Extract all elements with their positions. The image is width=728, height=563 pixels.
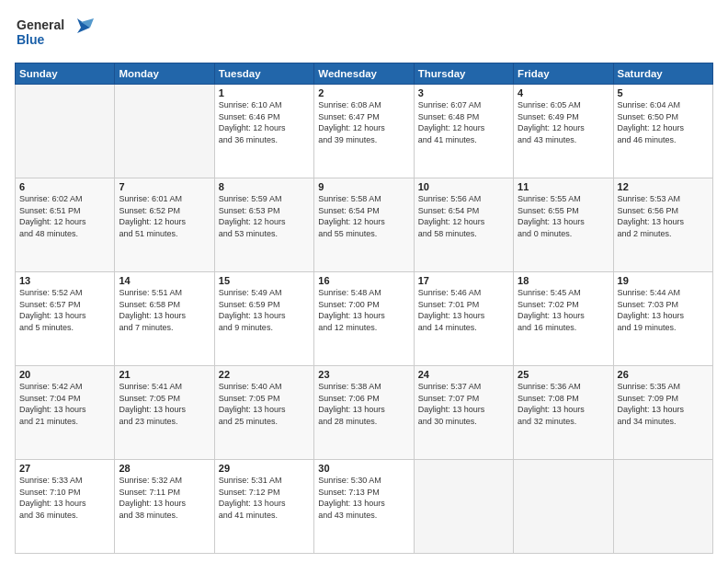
day-detail: Sunrise: 5:42 AM Sunset: 7:04 PM Dayligh…	[19, 381, 110, 427]
calendar-cell: 4Sunrise: 6:05 AM Sunset: 6:49 PM Daylig…	[514, 85, 613, 178]
day-detail: Sunrise: 5:37 AM Sunset: 7:07 PM Dayligh…	[418, 381, 509, 427]
day-detail: Sunrise: 6:10 AM Sunset: 6:46 PM Dayligh…	[219, 99, 310, 145]
day-detail: Sunrise: 5:53 AM Sunset: 6:56 PM Dayligh…	[618, 193, 709, 239]
day-number: 8	[219, 181, 310, 192]
calendar-cell: 22Sunrise: 5:40 AM Sunset: 7:05 PM Dayli…	[214, 366, 313, 460]
day-number: 19	[618, 275, 709, 286]
calendar-cell: 25Sunrise: 5:36 AM Sunset: 7:08 PM Dayli…	[514, 366, 613, 460]
calendar-cell	[514, 460, 613, 554]
calendar-week-row: 13Sunrise: 5:52 AM Sunset: 6:57 PM Dayli…	[16, 272, 713, 366]
day-number: 26	[618, 369, 709, 380]
day-number: 12	[618, 181, 709, 192]
day-number: 24	[418, 369, 509, 380]
day-detail: Sunrise: 6:04 AM Sunset: 6:50 PM Dayligh…	[618, 99, 709, 145]
day-detail: Sunrise: 5:41 AM Sunset: 7:05 PM Dayligh…	[119, 381, 210, 427]
day-number: 11	[518, 181, 609, 192]
calendar-cell	[414, 460, 513, 554]
calendar-cell: 13Sunrise: 5:52 AM Sunset: 6:57 PM Dayli…	[16, 272, 115, 366]
day-detail: Sunrise: 5:40 AM Sunset: 7:05 PM Dayligh…	[219, 381, 310, 427]
calendar-cell	[115, 85, 214, 178]
day-detail: Sunrise: 5:32 AM Sunset: 7:11 PM Dayligh…	[119, 475, 210, 521]
calendar-cell: 12Sunrise: 5:53 AM Sunset: 6:56 PM Dayli…	[613, 178, 712, 272]
calendar-cell: 18Sunrise: 5:45 AM Sunset: 7:02 PM Dayli…	[514, 272, 613, 366]
day-number: 1	[219, 87, 310, 98]
day-number: 2	[318, 87, 409, 98]
calendar-week-row: 27Sunrise: 5:33 AM Sunset: 7:10 PM Dayli…	[16, 460, 713, 554]
day-detail: Sunrise: 5:44 AM Sunset: 7:03 PM Dayligh…	[618, 287, 709, 333]
calendar-cell: 23Sunrise: 5:38 AM Sunset: 7:06 PM Dayli…	[314, 366, 414, 460]
day-number: 22	[219, 369, 310, 380]
logo: General Blue	[15, 11, 97, 55]
day-detail: Sunrise: 5:59 AM Sunset: 6:53 PM Dayligh…	[219, 193, 310, 239]
calendar-cell: 30Sunrise: 5:30 AM Sunset: 7:13 PM Dayli…	[314, 460, 414, 554]
svg-text:Blue: Blue	[17, 32, 45, 47]
day-number: 6	[19, 181, 110, 192]
calendar-cell: 8Sunrise: 5:59 AM Sunset: 6:53 PM Daylig…	[214, 178, 313, 272]
day-number: 17	[418, 275, 509, 286]
calendar-cell: 16Sunrise: 5:48 AM Sunset: 7:00 PM Dayli…	[314, 272, 414, 366]
day-detail: Sunrise: 6:07 AM Sunset: 6:48 PM Dayligh…	[418, 99, 509, 145]
calendar-cell: 9Sunrise: 5:58 AM Sunset: 6:54 PM Daylig…	[314, 178, 414, 272]
day-detail: Sunrise: 5:46 AM Sunset: 7:01 PM Dayligh…	[418, 287, 509, 333]
logo-svg: General Blue	[15, 11, 97, 52]
calendar-cell	[613, 460, 712, 554]
weekday-header-monday: Monday	[115, 63, 214, 85]
day-number: 4	[518, 87, 609, 98]
calendar-cell: 19Sunrise: 5:44 AM Sunset: 7:03 PM Dayli…	[613, 272, 712, 366]
day-detail: Sunrise: 5:35 AM Sunset: 7:09 PM Dayligh…	[618, 381, 709, 427]
calendar-cell: 27Sunrise: 5:33 AM Sunset: 7:10 PM Dayli…	[16, 460, 115, 554]
day-number: 18	[518, 275, 609, 286]
day-number: 5	[618, 87, 709, 98]
day-detail: Sunrise: 5:49 AM Sunset: 6:59 PM Dayligh…	[219, 287, 310, 333]
day-number: 15	[219, 275, 310, 286]
weekday-header-sunday: Sunday	[16, 63, 115, 85]
weekday-header-row: SundayMondayTuesdayWednesdayThursdayFrid…	[16, 63, 713, 85]
day-number: 13	[19, 275, 110, 286]
day-detail: Sunrise: 5:48 AM Sunset: 7:00 PM Dayligh…	[318, 287, 409, 333]
day-number: 28	[119, 463, 210, 474]
calendar-cell: 7Sunrise: 6:01 AM Sunset: 6:52 PM Daylig…	[115, 178, 214, 272]
day-number: 10	[418, 181, 509, 192]
weekday-header-friday: Friday	[514, 63, 613, 85]
day-number: 3	[418, 87, 509, 98]
day-detail: Sunrise: 5:31 AM Sunset: 7:12 PM Dayligh…	[219, 475, 310, 521]
day-number: 16	[318, 275, 409, 286]
day-number: 25	[518, 369, 609, 380]
day-detail: Sunrise: 6:02 AM Sunset: 6:51 PM Dayligh…	[19, 193, 110, 239]
day-detail: Sunrise: 5:36 AM Sunset: 7:08 PM Dayligh…	[518, 381, 609, 427]
calendar-cell: 6Sunrise: 6:02 AM Sunset: 6:51 PM Daylig…	[16, 178, 115, 272]
calendar-cell: 3Sunrise: 6:07 AM Sunset: 6:48 PM Daylig…	[414, 85, 513, 178]
calendar-cell	[16, 85, 115, 178]
weekday-header-saturday: Saturday	[613, 63, 712, 85]
calendar-cell: 21Sunrise: 5:41 AM Sunset: 7:05 PM Dayli…	[115, 366, 214, 460]
calendar-table: SundayMondayTuesdayWednesdayThursdayFrid…	[15, 63, 713, 554]
weekday-header-wednesday: Wednesday	[314, 63, 414, 85]
calendar-cell: 24Sunrise: 5:37 AM Sunset: 7:07 PM Dayli…	[414, 366, 513, 460]
calendar-cell: 14Sunrise: 5:51 AM Sunset: 6:58 PM Dayli…	[115, 272, 214, 366]
calendar-cell: 26Sunrise: 5:35 AM Sunset: 7:09 PM Dayli…	[613, 366, 712, 460]
day-number: 29	[219, 463, 310, 474]
calendar-week-row: 6Sunrise: 6:02 AM Sunset: 6:51 PM Daylig…	[16, 178, 713, 272]
day-detail: Sunrise: 5:51 AM Sunset: 6:58 PM Dayligh…	[119, 287, 210, 333]
day-detail: Sunrise: 5:55 AM Sunset: 6:55 PM Dayligh…	[518, 193, 609, 239]
calendar-cell: 28Sunrise: 5:32 AM Sunset: 7:11 PM Dayli…	[115, 460, 214, 554]
day-detail: Sunrise: 6:08 AM Sunset: 6:47 PM Dayligh…	[318, 99, 409, 145]
day-detail: Sunrise: 5:52 AM Sunset: 6:57 PM Dayligh…	[19, 287, 110, 333]
day-number: 23	[318, 369, 409, 380]
weekday-header-tuesday: Tuesday	[214, 63, 313, 85]
day-detail: Sunrise: 5:33 AM Sunset: 7:10 PM Dayligh…	[19, 475, 110, 521]
day-detail: Sunrise: 6:01 AM Sunset: 6:52 PM Dayligh…	[119, 193, 210, 239]
weekday-header-thursday: Thursday	[414, 63, 513, 85]
day-number: 20	[19, 369, 110, 380]
day-detail: Sunrise: 5:38 AM Sunset: 7:06 PM Dayligh…	[318, 381, 409, 427]
day-detail: Sunrise: 5:30 AM Sunset: 7:13 PM Dayligh…	[318, 475, 409, 521]
page: General Blue SundayMondayTuesdayWednesda…	[0, 0, 728, 563]
day-number: 14	[119, 275, 210, 286]
day-number: 7	[119, 181, 210, 192]
day-detail: Sunrise: 5:58 AM Sunset: 6:54 PM Dayligh…	[318, 193, 409, 239]
calendar-cell: 20Sunrise: 5:42 AM Sunset: 7:04 PM Dayli…	[16, 366, 115, 460]
calendar-cell: 2Sunrise: 6:08 AM Sunset: 6:47 PM Daylig…	[314, 85, 414, 178]
header: General Blue	[15, 11, 713, 55]
day-number: 30	[318, 463, 409, 474]
day-number: 27	[19, 463, 110, 474]
